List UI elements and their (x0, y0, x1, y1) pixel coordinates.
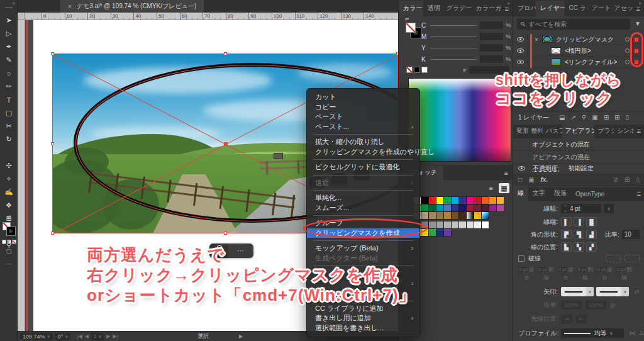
layers-footer-icon[interactable]: ⚲ (582, 114, 586, 121)
dashed-line-checkbox[interactable] (518, 255, 525, 262)
layers-footer-icon[interactable]: ▣ (592, 114, 597, 121)
stepper-icon[interactable]: ⌃⌄ (564, 205, 567, 213)
selection-tool[interactable]: ➤ (1, 14, 16, 27)
miter-value-field[interactable]: 10 (622, 230, 640, 239)
swap-fill-stroke-icon[interactable]: ⇄ (7, 214, 11, 220)
blend-tool[interactable]: ✣ (1, 159, 16, 172)
swatch[interactable] (436, 212, 443, 219)
align-button[interactable]: ▚ (574, 242, 584, 252)
swatch[interactable] (436, 229, 443, 236)
visibility-eye-icon[interactable] (517, 48, 524, 53)
dash-field[interactable]: 0 pt 線分 (557, 266, 574, 281)
slider-track[interactable] (430, 59, 477, 60)
duplicate-item-icon[interactable]: ⊞ (625, 176, 630, 183)
prev-artboard-icon[interactable]: ◀ (85, 333, 89, 339)
none-swatch[interactable] (406, 67, 413, 73)
filter-icon[interactable]: ▼ (635, 20, 641, 27)
corner-button[interactable]: ▛ (561, 230, 572, 239)
cap-button[interactable]: █ (586, 217, 597, 226)
swatch[interactable] (497, 197, 504, 204)
gradient-tool[interactable] (1, 146, 16, 159)
toolbar-grip[interactable] (5, 7, 13, 8)
swatch[interactable] (444, 212, 451, 219)
direct-selection-tool[interactable]: ▷ (1, 27, 16, 40)
swatch[interactable] (436, 204, 443, 211)
menu-item-smooth[interactable]: スムーズ... (307, 203, 419, 213)
chevron-down-icon[interactable]: ∨ (535, 36, 540, 42)
swatch[interactable] (452, 204, 458, 211)
dash-align-icon[interactable] (625, 255, 640, 262)
tab-color-guide[interactable]: カラーガ (472, 1, 501, 16)
stroke-color-swatch[interactable] (7, 227, 15, 235)
swatch[interactable] (429, 212, 436, 219)
black-slider[interactable]: K % (421, 55, 511, 64)
swatch[interactable] (459, 212, 466, 219)
gradient-button[interactable] (7, 240, 11, 244)
menu-item-redo-make-clipping-mask[interactable]: クリッピングマスクを作成のやり直し (307, 147, 419, 157)
black-swatch[interactable] (414, 67, 420, 73)
swatch[interactable] (467, 197, 474, 204)
swatch[interactable] (482, 197, 489, 204)
panel-menu-icon[interactable]: ≡ (501, 5, 513, 16)
document-tab[interactable]: × デモ3.ai* @ 109.74 % (CMYK/プレビュー) (60, 0, 204, 13)
swap-colors-icon[interactable]: ⇄ (405, 16, 409, 22)
curvature-tool[interactable]: ✎ (1, 53, 16, 67)
dash-value[interactable]: 0 pt (597, 267, 605, 272)
quick-swatches[interactable] (406, 67, 428, 73)
swatch[interactable] (429, 229, 436, 236)
dash-preserve-icon[interactable] (606, 255, 621, 262)
swatch[interactable] (497, 204, 504, 211)
swatch[interactable] (429, 204, 436, 211)
dash-field[interactable]: 0 pt 線分 (518, 266, 535, 281)
visibility-eye-icon[interactable] (517, 37, 524, 42)
selection-center-point[interactable] (224, 142, 228, 146)
layer-row-clipping-mask[interactable]: ∨ クリッピングマスク (513, 34, 644, 45)
new-stroke-icon[interactable]: □ (518, 176, 522, 183)
rotation-field[interactable]: 0° ∨ (55, 333, 71, 340)
pen-tool[interactable]: ✒ (1, 40, 16, 53)
swatch[interactable] (467, 212, 474, 219)
swatch[interactable] (452, 221, 458, 228)
collapse-panel-icon[interactable]: » (508, 1, 510, 6)
target-circle-icon[interactable] (625, 48, 630, 53)
layer-row-linked-file[interactable]: <リンクファイル> (513, 57, 644, 68)
stroke-width-field[interactable]: ⌃⌄ 4 pt (561, 204, 601, 213)
new-fill-icon[interactable]: ▣ (528, 176, 534, 183)
visibility-eye-icon[interactable] (518, 166, 525, 170)
tab-stroke[interactable]: 線 (513, 186, 528, 201)
swatch[interactable] (489, 204, 496, 211)
type-tool[interactable]: T (1, 93, 16, 106)
swatch[interactable] (444, 221, 451, 228)
profile-dropdown[interactable]: 均等 ∨ (561, 328, 624, 338)
layer-row-ellipse[interactable]: <楕円形> (513, 45, 644, 57)
swatch[interactable] (482, 204, 489, 211)
layers-footer-icon[interactable]: ▯ (625, 114, 629, 121)
swatch[interactable] (421, 197, 428, 204)
swatch[interactable] (429, 221, 436, 228)
swatch[interactable] (421, 212, 428, 219)
swap-arrowheads-icon[interactable]: ⇄ (634, 288, 639, 295)
swatch[interactable] (482, 212, 489, 219)
paintbrush-tool[interactable]: ✏ (1, 80, 16, 93)
arrowhead-start-dropdown[interactable]: ∨ (561, 287, 594, 296)
color-button[interactable] (2, 240, 6, 244)
swatch[interactable] (421, 204, 428, 211)
selection-handle[interactable] (51, 52, 54, 55)
layers-search-input[interactable]: ⚲ すべてを検索 (517, 19, 630, 30)
target-circle-icon[interactable] (625, 60, 630, 64)
tab-cc-libraries[interactable]: CC ライ (565, 1, 587, 16)
swatch[interactable] (467, 221, 474, 228)
panel-menu-icon[interactable]: ≡ (499, 169, 513, 180)
appearance-row[interactable]: アピアランスの混在 (513, 151, 644, 164)
channel-value-field[interactable] (480, 44, 503, 52)
menu-item-pixel-grid[interactable]: ピクセルグリッドに最適化 (307, 162, 419, 172)
target-circle-icon[interactable] (625, 37, 630, 42)
visibility-eye-icon[interactable] (517, 60, 524, 64)
last-artboard-icon[interactable]: ▶| (113, 333, 118, 339)
menu-item-copy[interactable]: コピー (307, 103, 419, 113)
swatch[interactable] (459, 204, 466, 211)
menu-item-add-for-export[interactable]: 書き出し用に追加› (307, 313, 419, 323)
artboard-navigation[interactable]: |◀ ◀ 1 ∨ ▶ ▶| (77, 333, 118, 340)
menu-item-paste-options[interactable]: ペースト...› (307, 122, 419, 132)
appearance-row[interactable]: オブジェクトの混在 (513, 138, 644, 151)
